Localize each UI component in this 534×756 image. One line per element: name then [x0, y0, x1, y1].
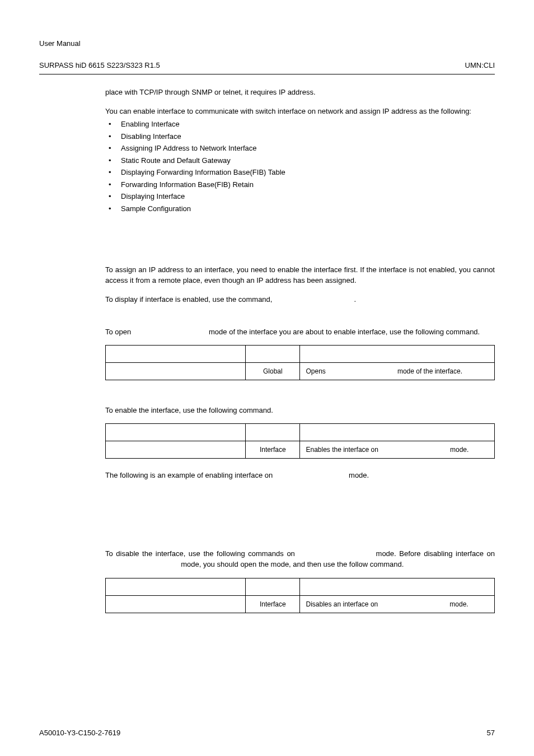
step-label: Step 1 [105, 314, 127, 323]
cell-command: no shutdown [106, 441, 246, 459]
cell-description: Disables an interface on Interface Confi… [300, 595, 495, 613]
col-command: Command [106, 578, 246, 595]
table-header-row: Command Mode Description [106, 578, 495, 595]
col-command: Command [106, 346, 246, 363]
list-item: Static Route and Default Gateway [105, 155, 495, 166]
table-row: interface INTERFACE Global Opens Interfa… [106, 363, 495, 380]
col-mode: Mode [246, 578, 300, 595]
text-fragment: To disable the interface, use the follow… [105, 549, 298, 558]
text-fragment: Enables the interface on [306, 446, 380, 454]
list-item: Enabling Interface [105, 119, 495, 130]
col-description: Description [300, 578, 495, 595]
doc-id: A50010-Y3-C150-2-7619 [39, 727, 120, 739]
sec512-paragraph: To disable the interface, use the follow… [105, 548, 495, 570]
page-footer: A50010-Y3-C150-2-7619 57 [39, 727, 495, 739]
text-fragment: mode. Before disabling interface on [373, 549, 495, 558]
cell-command: interface INTERFACE [106, 363, 246, 380]
col-description: Description [300, 424, 495, 441]
show-running-config-cmd: show running-config [274, 296, 354, 304]
command-table-1: Command Mode Description interface INTER… [105, 345, 495, 380]
command-table-3: Command Mode Description shutdown Interf… [105, 578, 495, 613]
cell-mode: Interface [246, 595, 300, 613]
mode-name: Interface Configuration [298, 549, 373, 558]
step-2-text: To enable the interface, use the followi… [105, 405, 495, 416]
page-header: User Manual SURPASS hiD 6615 S223/S323 R… [39, 27, 495, 71]
list-item: Assigning IP Address to Network Interfac… [105, 143, 495, 154]
col-mode: Mode [246, 424, 300, 441]
sec511-paragraph-1: To assign an IP address to an interface,… [105, 264, 495, 286]
mode-name: Interface Configuration [380, 446, 448, 454]
section-5-1-2: 5.1.2 Disabling Interface [66, 536, 167, 544]
cli-example: SWITCH(config)# interface 1 SWITCH(confi… [105, 489, 495, 531]
section-5-1-1: 5.1.1 Enabling Interface [66, 252, 165, 260]
step-1-text: To open Interface Configuration mode of … [105, 326, 495, 338]
text-fragment: mode of the interface. [396, 367, 462, 375]
list-item: Displaying Interface [105, 191, 495, 202]
mode-name: Interface Configuration [380, 600, 448, 608]
step-2-block: Step 2 To enable the interface, use the … [105, 391, 495, 416]
page-number: 57 [487, 727, 495, 739]
header-right: UMN:CLI [465, 60, 495, 71]
step-1-block: Step 1 To open Interface Configuration m… [105, 313, 495, 337]
table-row: shutdown Interface Disables an interface… [106, 595, 495, 613]
step-label: Step 2 [105, 393, 127, 401]
sec511-paragraph-2: To display if interface is enabled, use … [105, 294, 495, 306]
topic-list: Enabling Interface Disabling Interface A… [105, 119, 495, 214]
col-command: Command [106, 424, 246, 441]
text-fragment: Opens [306, 367, 327, 375]
col-mode: Mode [246, 346, 300, 363]
cell-mode: Global [246, 363, 300, 380]
text-fragment: To open [105, 328, 133, 336]
text-fragment: mode, you should open the mode, and then… [179, 560, 404, 568]
text-fragment: mode of the interface you are about to e… [207, 328, 480, 336]
text-fragment: mode. [346, 471, 369, 479]
section-title: Enabling Interface [102, 252, 165, 260]
col-description: Description [300, 346, 495, 363]
text-fragment: mode. [448, 446, 469, 454]
mode-name: Interface configuration [275, 471, 347, 479]
list-item: Displaying Forwarding Information Base(F… [105, 167, 495, 178]
section-number: 5.1.2 [66, 535, 100, 546]
enable-intro-text: You can enable interface to communicate … [105, 106, 495, 117]
text-fragment: To display if interface is enabled, use … [105, 295, 274, 304]
intro-continuation: place with TCP/IP through SNMP or telnet… [105, 87, 495, 98]
list-item: Disabling Interface [105, 131, 495, 142]
header-left: User Manual SURPASS hiD 6615 S223/S323 R… [39, 27, 160, 71]
text-fragment: The following is an example of enabling … [105, 471, 275, 479]
list-item: Sample Configuration [105, 203, 495, 214]
mode-name: Interface Configuration [327, 367, 395, 375]
text-fragment: . [354, 295, 357, 304]
text-fragment: Disables an interface on [306, 600, 380, 608]
mode-name: Interface Configuration [105, 560, 179, 568]
table-row: no shutdown Interface Enables the interf… [106, 441, 495, 459]
text-fragment: mode. [448, 600, 469, 608]
mode-name: Interface Configuration [133, 328, 207, 336]
list-item: Forwarding Information Base(FIB) Retain [105, 179, 495, 190]
header-rule [39, 74, 495, 74]
table-header-row: Command Mode Description [106, 424, 495, 441]
table-header-row: Command Mode Description [106, 346, 495, 363]
cell-description: Enables the interface on Interface Confi… [300, 441, 495, 459]
cell-mode: Interface [246, 441, 300, 459]
section-number: 5.1.1 [66, 251, 100, 262]
cell-description: Opens Interface Configuration mode of th… [300, 363, 495, 380]
example-intro: The following is an example of enabling … [105, 470, 495, 481]
cell-command: shutdown [106, 595, 246, 613]
device-model: SURPASS hiD 6615 S223/S323 R1.5 [39, 61, 160, 69]
section-title: Disabling Interface [102, 536, 167, 544]
command-table-2: Command Mode Description no shutdown Int… [105, 423, 495, 459]
manual-title: User Manual [39, 39, 81, 48]
